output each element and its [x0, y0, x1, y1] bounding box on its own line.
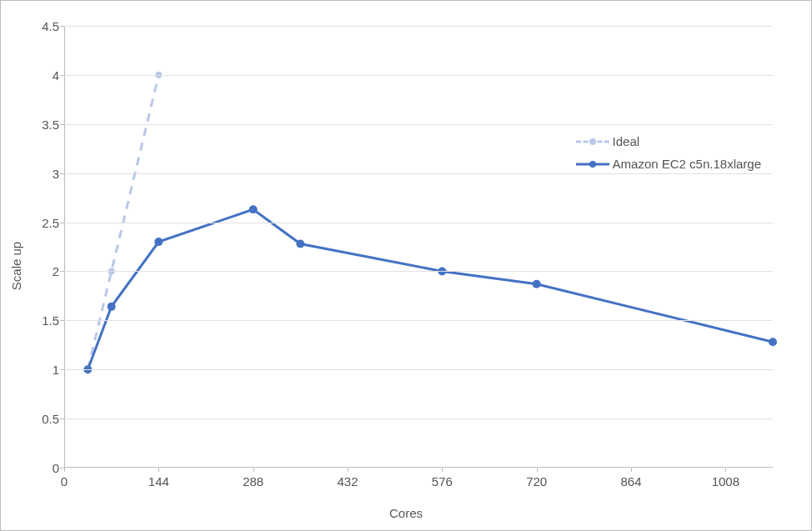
chart-svg — [64, 26, 773, 468]
x-tick-mark — [725, 468, 726, 472]
y-tick-mark — [60, 320, 64, 321]
y-tick-mark — [60, 418, 64, 419]
y-tick-mark — [60, 75, 64, 76]
x-tick-mark — [253, 468, 254, 472]
legend-item-ideal: Ideal — [576, 134, 761, 148]
x-axis-title: Cores — [389, 506, 423, 520]
data-point — [769, 338, 777, 346]
y-tick-label: 1.5 — [18, 313, 59, 328]
data-point — [296, 239, 304, 248]
legend: Ideal Amazon EC2 c5n.18xlarge — [576, 134, 761, 179]
legend-label: Ideal — [613, 134, 640, 148]
y-tick-mark — [60, 173, 64, 174]
y-tick-label: 1 — [18, 363, 59, 377]
legend-swatch-ec2 — [576, 158, 609, 170]
legend-label: Amazon EC2 c5n.18xlarge — [613, 157, 761, 171]
gridline — [64, 320, 773, 321]
gridline — [64, 223, 773, 223]
y-tick-label: 4.5 — [18, 19, 59, 33]
x-tick-mark — [442, 468, 443, 472]
x-tick-mark — [631, 468, 632, 472]
x-tick-label: 0 — [61, 474, 68, 488]
data-point — [533, 280, 541, 288]
gridline — [64, 271, 773, 272]
legend-item-ec2: Amazon EC2 c5n.18xlarge — [576, 157, 761, 171]
gridline — [64, 75, 773, 76]
y-tick-mark — [60, 26, 64, 27]
x-tick-label: 1008 — [712, 474, 739, 488]
x-tick-label: 720 — [526, 474, 547, 488]
y-tick-label: 0.5 — [18, 412, 59, 426]
y-tick-label: 2.5 — [18, 215, 59, 229]
y-tick-label: 3 — [18, 166, 59, 180]
x-tick-label: 576 — [432, 474, 453, 488]
legend-swatch-ideal — [576, 136, 609, 148]
gridline — [64, 26, 773, 27]
x-tick-label: 288 — [243, 474, 263, 488]
x-tick-mark — [348, 468, 348, 472]
x-tick-label: 432 — [337, 474, 358, 488]
y-tick-label: 2 — [18, 264, 59, 278]
x-tick-mark — [537, 468, 538, 472]
data-point — [154, 238, 163, 246]
x-tick-mark — [158, 468, 159, 472]
line-ec2 — [88, 209, 773, 369]
y-tick-label: 0 — [18, 461, 59, 475]
data-point — [108, 303, 116, 311]
x-tick-label: 864 — [620, 474, 641, 488]
plot-area — [64, 26, 773, 468]
y-tick-mark — [60, 223, 64, 223]
chart-container: Scale up Cores Ideal Amazon EC2 c5n.18xl… — [0, 0, 812, 531]
gridline — [64, 369, 773, 370]
y-tick-mark — [60, 124, 64, 125]
y-tick-label: 4 — [18, 68, 59, 82]
x-tick-mark — [64, 468, 65, 472]
y-tick-label: 3.5 — [18, 117, 59, 131]
data-point — [249, 205, 258, 213]
y-tick-mark — [60, 369, 64, 370]
gridline — [64, 124, 773, 125]
x-tick-label: 144 — [148, 474, 169, 488]
gridline — [64, 418, 773, 419]
y-tick-mark — [60, 271, 64, 272]
